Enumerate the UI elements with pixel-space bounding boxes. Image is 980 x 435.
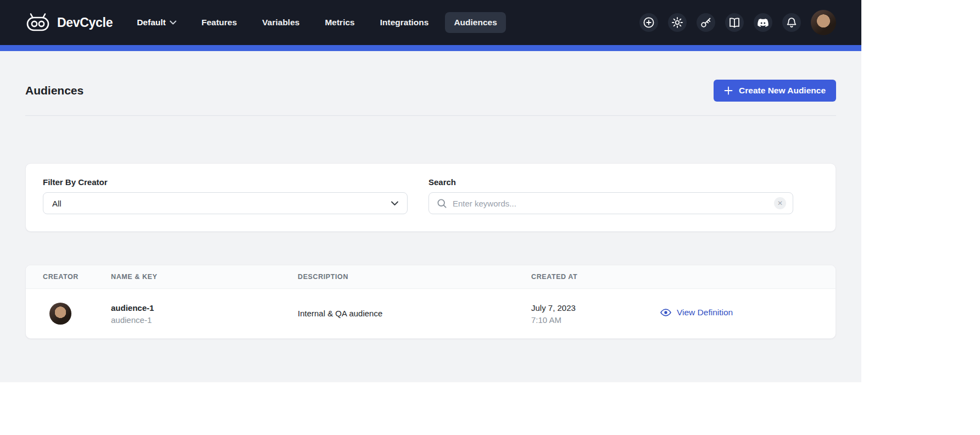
eye-icon xyxy=(660,306,672,319)
page-header: Audiences Create New Audience xyxy=(25,80,836,102)
close-icon: ✕ xyxy=(777,200,783,207)
chevron-down-icon xyxy=(170,20,176,25)
docs-button[interactable] xyxy=(725,13,744,32)
column-header-creator: CREATOR xyxy=(43,273,111,281)
creator-avatar xyxy=(49,303,71,325)
create-new-audience-label: Create New Audience xyxy=(739,86,826,96)
nav-item-metrics[interactable]: Metrics xyxy=(316,12,363,33)
table-row: audience-1 audience-1 Internal & QA audi… xyxy=(26,289,836,338)
top-navigation: DevCycle Default Features Variables Metr… xyxy=(0,0,861,45)
project-selector[interactable]: Default xyxy=(137,18,176,27)
discord-icon xyxy=(756,16,770,29)
add-button[interactable] xyxy=(639,13,658,32)
view-definition-link[interactable]: View Definition xyxy=(660,306,733,319)
table-header-row: CREATOR NAME & KEY DESCRIPTION CREATED A… xyxy=(26,265,836,289)
description-cell: Internal & QA audience xyxy=(298,309,531,319)
nav-item-variables[interactable]: Variables xyxy=(253,12,308,33)
main-nav: Features Variables Metrics Integrations … xyxy=(193,12,506,33)
nav-item-features[interactable]: Features xyxy=(193,12,246,33)
user-avatar[interactable] xyxy=(811,10,836,35)
name-key-cell: audience-1 audience-1 xyxy=(111,303,298,325)
main-content: Audiences Create New Audience Filter By … xyxy=(0,80,861,339)
discord-button[interactable] xyxy=(754,13,772,32)
audiences-table: CREATOR NAME & KEY DESCRIPTION CREATED A… xyxy=(25,265,836,339)
created-time: 7:10 AM xyxy=(531,315,660,325)
api-keys-button[interactable] xyxy=(697,13,715,32)
action-cell: View Definition xyxy=(660,306,818,321)
plus-circle-icon xyxy=(642,16,655,29)
clear-search-button[interactable]: ✕ xyxy=(774,197,786,209)
devcycle-logo-icon xyxy=(25,13,51,32)
creator-cell xyxy=(43,303,111,325)
notifications-button[interactable] xyxy=(782,13,801,32)
creator-filter-value: All xyxy=(52,199,62,208)
search-icon xyxy=(437,198,447,209)
gear-icon xyxy=(671,16,684,29)
accent-bar xyxy=(0,45,861,51)
bell-icon xyxy=(785,16,798,29)
page-title: Audiences xyxy=(25,84,83,97)
brand-home-link[interactable]: DevCycle xyxy=(25,13,113,32)
audience-description: Internal & QA audience xyxy=(298,309,382,318)
nav-item-integrations[interactable]: Integrations xyxy=(371,12,438,33)
creator-filter-label: Filter By Creator xyxy=(43,177,408,187)
search-filter: Search ✕ xyxy=(428,177,793,214)
column-header-created-at: CREATED AT xyxy=(531,273,660,281)
audience-key: audience-1 xyxy=(111,315,298,325)
settings-button[interactable] xyxy=(668,13,687,32)
search-input[interactable] xyxy=(453,199,769,208)
audience-name: audience-1 xyxy=(111,303,298,313)
nav-icon-group xyxy=(639,10,836,35)
column-header-name-key: NAME & KEY xyxy=(111,273,298,281)
view-definition-label: View Definition xyxy=(677,308,733,317)
column-header-description: DESCRIPTION xyxy=(298,273,531,281)
brand-name: DevCycle xyxy=(57,15,113,30)
key-icon xyxy=(699,16,712,29)
filter-card: Filter By Creator All Search xyxy=(25,163,836,232)
project-selector-label: Default xyxy=(137,18,166,27)
chevron-down-icon xyxy=(391,201,398,206)
app-window: DevCycle Default Features Variables Metr… xyxy=(0,0,861,382)
nav-item-audiences[interactable]: Audiences xyxy=(445,12,505,33)
search-box: ✕ xyxy=(428,192,793,214)
created-date: July 7, 2023 xyxy=(531,303,660,313)
book-icon xyxy=(728,16,741,29)
creator-filter: Filter By Creator All xyxy=(43,177,408,214)
create-new-audience-button[interactable]: Create New Audience xyxy=(714,80,836,102)
search-label: Search xyxy=(428,177,793,187)
header-divider xyxy=(25,115,836,116)
created-at-cell: July 7, 2023 7:10 AM xyxy=(531,303,660,325)
creator-filter-select[interactable]: All xyxy=(43,192,408,214)
plus-icon xyxy=(724,86,733,95)
